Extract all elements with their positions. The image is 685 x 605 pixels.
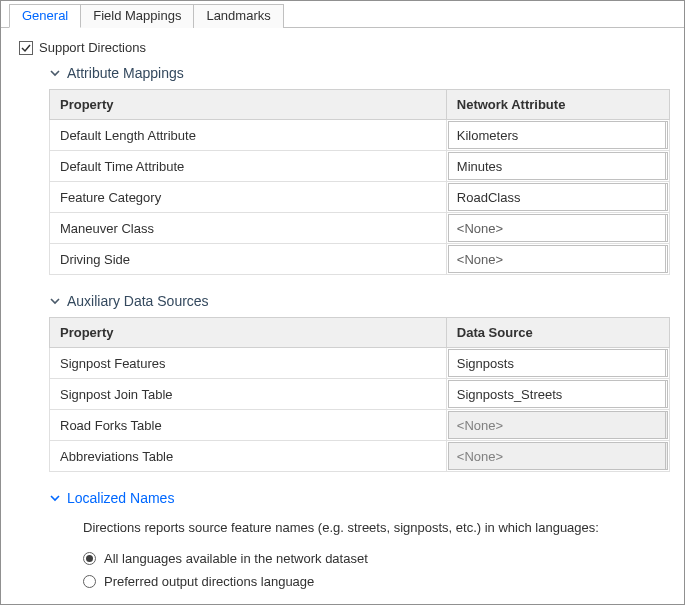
prop-label: Driving Side (50, 244, 447, 275)
radio-all-languages[interactable] (83, 552, 96, 565)
prop-label: Road Forks Table (50, 410, 447, 441)
auxiliary-data-sources-table: Property Data Source Signpost Features S… (49, 317, 670, 472)
attr-combo-maneuver-class[interactable]: <None> (448, 214, 668, 242)
col-property: Property (50, 90, 447, 120)
prop-label: Signpost Features (50, 348, 447, 379)
support-directions-row: Support Directions (15, 38, 670, 65)
attr-combo-length[interactable]: Kilometers (448, 121, 668, 149)
radio-row-preferred-language[interactable]: Preferred output directions language (49, 570, 670, 593)
tab-landmarks[interactable]: Landmarks (193, 4, 283, 28)
col-property: Property (50, 318, 447, 348)
table-row: Abbreviations Table <None> (50, 441, 670, 472)
localized-names-title: Localized Names (67, 490, 174, 506)
tab-field-mappings[interactable]: Field Mappings (80, 4, 194, 28)
chevron-down-icon (49, 492, 61, 504)
table-row: Feature Category RoadClass (50, 182, 670, 213)
support-directions-label: Support Directions (39, 40, 146, 55)
aux-combo-signpost-join-table[interactable]: Signposts_Streets (448, 380, 668, 408)
col-network-attribute: Network Attribute (446, 90, 669, 120)
radio-preferred-language-label: Preferred output directions language (104, 574, 314, 589)
attribute-mappings-header[interactable]: Attribute Mappings (49, 65, 670, 81)
section-auxiliary-data-sources: Auxiliary Data Sources Property Data Sou… (15, 293, 670, 472)
table-row: Signpost Features Signposts (50, 348, 670, 379)
table-row: Maneuver Class <None> (50, 213, 670, 244)
prop-label: Default Time Attribute (50, 151, 447, 182)
prop-label: Maneuver Class (50, 213, 447, 244)
radio-preferred-language[interactable] (83, 575, 96, 588)
attr-combo-driving-side[interactable]: <None> (448, 245, 668, 273)
auxiliary-data-sources-title: Auxiliary Data Sources (67, 293, 209, 309)
prop-label: Feature Category (50, 182, 447, 213)
aux-combo-road-forks[interactable]: <None> (448, 411, 668, 439)
section-localized-names: Localized Names Directions reports sourc… (15, 490, 670, 593)
section-attribute-mappings: Attribute Mappings Property Network Attr… (15, 65, 670, 275)
attr-combo-time[interactable]: Minutes (448, 152, 668, 180)
table-row: Driving Side <None> (50, 244, 670, 275)
attr-combo-feature-category[interactable]: RoadClass (448, 183, 668, 211)
table-row: Signpost Join Table Signposts_Streets (50, 379, 670, 410)
aux-combo-abbreviations[interactable]: <None> (448, 442, 668, 470)
localized-names-header[interactable]: Localized Names (49, 490, 670, 506)
tab-general[interactable]: General (9, 4, 81, 28)
auxiliary-data-sources-header[interactable]: Auxiliary Data Sources (49, 293, 670, 309)
prop-label: Default Length Attribute (50, 120, 447, 151)
table-row: Default Length Attribute Kilometers (50, 120, 670, 151)
col-data-source: Data Source (446, 318, 669, 348)
prop-label: Abbreviations Table (50, 441, 447, 472)
tab-bar: General Field Mappings Landmarks (1, 1, 684, 28)
aux-combo-signpost-features[interactable]: Signposts (448, 349, 668, 377)
table-row: Default Time Attribute Minutes (50, 151, 670, 182)
prop-label: Signpost Join Table (50, 379, 447, 410)
table-row: Road Forks Table <None> (50, 410, 670, 441)
support-directions-checkbox[interactable] (19, 41, 33, 55)
attribute-mappings-title: Attribute Mappings (67, 65, 184, 81)
radio-row-all-languages[interactable]: All languages available in the network d… (49, 547, 670, 570)
radio-all-languages-label: All languages available in the network d… (104, 551, 368, 566)
localized-names-description: Directions reports source feature names … (49, 514, 670, 547)
chevron-down-icon (49, 67, 61, 79)
content-panel: Support Directions Attribute Mappings Pr… (1, 28, 684, 605)
chevron-down-icon (49, 295, 61, 307)
attribute-mappings-table: Property Network Attribute Default Lengt… (49, 89, 670, 275)
